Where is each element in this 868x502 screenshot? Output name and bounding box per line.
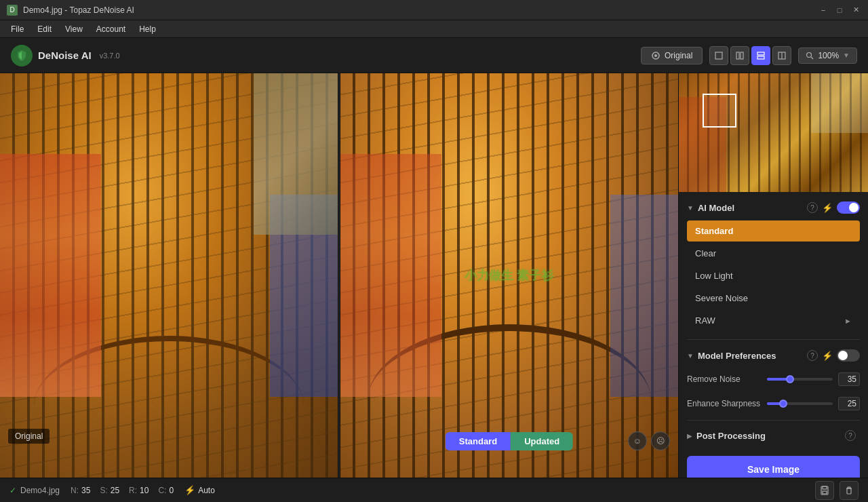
ai-model-title: AI Model — [698, 203, 807, 213]
save-small-button[interactable] — [815, 481, 834, 500]
logo-version: v3.7.0 — [100, 52, 120, 60]
file-indicator: ✓ Demo4.jpg — [9, 486, 60, 495]
color-value: 0 — [169, 486, 174, 495]
ai-model-help[interactable]: ? — [807, 202, 818, 213]
svg-rect-5 — [757, 52, 764, 55]
noise-stat: N: 35 — [71, 486, 90, 495]
sidebar-content: ▼ AI Model ? ⚡ Standard Clear Low Light … — [679, 192, 868, 450]
view-mode-buttons — [709, 46, 791, 65]
view-split-h[interactable] — [730, 46, 749, 65]
image-area[interactable]: 小力做生 素子衫 Standard Updated ☺ ☹ Original — [0, 73, 678, 478]
ai-model-toggle[interactable] — [837, 201, 860, 214]
left-image-panel — [0, 73, 338, 478]
delete-button[interactable] — [840, 481, 859, 500]
check-icon: ✓ — [9, 486, 16, 495]
model-option-severe-noise[interactable]: Severe Noise — [687, 288, 860, 309]
recover-value: 10 — [140, 486, 149, 495]
status-bar: ✓ Demo4.jpg N: 35 S: 25 R: 10 C: 0 ⚡ Aut… — [0, 478, 868, 502]
model-option-clear[interactable]: Clear — [687, 243, 860, 264]
sharpness-label: S: — [100, 486, 107, 495]
right-image-panel: 小力做生 素子衫 Standard Updated ☺ ☹ — [340, 73, 678, 478]
enhance-sharpness-value[interactable]: 25 — [838, 397, 860, 410]
standard-label: Standard — [446, 432, 511, 450]
toolbar-center: Original 100% ▼ — [641, 46, 857, 65]
model-prefs-section-header[interactable]: ▼ Model Preferences ? ⚡ — [687, 345, 860, 366]
menu-view[interactable]: View — [58, 22, 90, 36]
ai-model-chevron: ▼ — [687, 204, 694, 212]
auto-lightning-icon: ⚡ — [184, 485, 195, 495]
view-single-left[interactable] — [709, 46, 728, 65]
remove-noise-row: Remove Noise 35 — [687, 368, 860, 390]
remove-noise-value[interactable]: 35 — [838, 372, 860, 386]
post-processing-header[interactable]: ▶ Post Processing ? — [687, 426, 860, 445]
logo-icon — [11, 45, 33, 66]
status-values: N: 35 S: 25 R: 10 C: 0 — [71, 486, 174, 495]
remove-noise-label: Remove Noise — [687, 374, 762, 384]
svg-rect-3 — [736, 52, 739, 59]
menu-bar: File Edit View Account Help — [0, 20, 868, 38]
comparison-icons: ☺ ☹ — [628, 431, 670, 450]
remove-noise-slider[interactable] — [767, 378, 833, 381]
svg-rect-2 — [715, 52, 722, 59]
noise-label: N: — [71, 486, 79, 495]
model-prefs-toggle[interactable] — [837, 349, 860, 362]
main-layout: 小力做生 素子衫 Standard Updated ☺ ☹ Original — [0, 73, 868, 478]
close-button[interactable]: ✕ — [850, 5, 861, 16]
recover-label: R: — [129, 486, 137, 495]
post-processing-help[interactable]: ? — [845, 430, 856, 441]
recover-stat: R: 10 — [129, 486, 149, 495]
model-prefs-lightning-icon: ⚡ — [822, 351, 833, 361]
model-prefs-help[interactable]: ? — [807, 350, 818, 361]
maximize-button[interactable]: □ — [834, 5, 845, 16]
thumbnail-navigator[interactable] — [703, 94, 736, 128]
raw-arrow-icon: ► — [844, 317, 852, 325]
enhance-sharpness-row: Enhance Sharpness 25 — [687, 393, 860, 414]
svg-rect-12 — [823, 486, 827, 489]
enhance-sharpness-slider[interactable] — [767, 402, 833, 405]
view-split-v[interactable] — [751, 46, 770, 65]
original-button[interactable]: Original — [641, 47, 703, 64]
title-bar: D Demo4.jpg - Topaz DeNoise AI − □ ✕ — [0, 0, 868, 20]
right-sidebar: ▼ AI Model ? ⚡ Standard Clear Low Light … — [678, 73, 868, 478]
svg-rect-4 — [741, 52, 743, 59]
original-panel-label: Original — [8, 429, 50, 444]
post-processing-title: Post Processing — [696, 431, 845, 441]
compare-icon-2[interactable]: ☹ — [651, 431, 670, 450]
divider-1 — [687, 339, 860, 340]
color-label: C: — [158, 486, 166, 495]
compare-icon-1[interactable]: ☺ — [628, 431, 647, 450]
filename: Demo4.jpg — [20, 486, 60, 495]
updated-label: Updated — [511, 432, 573, 450]
view-single-right[interactable] — [772, 46, 791, 65]
model-option-standard[interactable]: Standard — [687, 220, 860, 242]
panel-separator[interactable] — [338, 73, 340, 478]
model-option-raw[interactable]: RAW ► — [687, 310, 860, 331]
toolbar: DeNoise AI v3.7.0 Original — [0, 38, 868, 73]
zoom-control[interactable]: 100% ▼ — [798, 47, 857, 64]
model-option-low-light[interactable]: Low Light — [687, 265, 860, 286]
title-text: Demo4.jpg - Topaz DeNoise AI — [23, 5, 818, 15]
window-controls: − □ ✕ — [818, 5, 861, 16]
menu-edit[interactable]: Edit — [31, 22, 58, 36]
auto-button[interactable]: ⚡ Auto — [184, 485, 215, 495]
svg-point-9 — [807, 52, 812, 57]
ai-model-lightning-icon: ⚡ — [822, 203, 833, 213]
minimize-button[interactable]: − — [818, 5, 829, 16]
menu-help[interactable]: Help — [132, 22, 163, 36]
app-icon: D — [7, 5, 18, 16]
divider-2 — [687, 420, 860, 421]
image-canvas: 小力做生 素子衫 Standard Updated ☺ ☹ — [0, 73, 678, 478]
ai-model-section-header[interactable]: ▼ AI Model ? ⚡ — [687, 197, 860, 218]
logo-area: DeNoise AI v3.7.0 — [11, 45, 120, 66]
svg-rect-13 — [823, 491, 827, 494]
color-stat: C: 0 — [158, 486, 174, 495]
svg-point-1 — [654, 54, 657, 57]
model-prefs-chevron: ▼ — [687, 352, 694, 360]
svg-line-10 — [811, 57, 813, 59]
post-processing-chevron: ▶ — [687, 432, 692, 440]
menu-file[interactable]: File — [4, 22, 31, 36]
sharpness-stat: S: 25 — [100, 486, 119, 495]
save-image-button[interactable]: Save Image — [687, 456, 860, 478]
menu-account[interactable]: Account — [90, 22, 132, 36]
logo-name: DeNoise AI — [38, 50, 92, 61]
